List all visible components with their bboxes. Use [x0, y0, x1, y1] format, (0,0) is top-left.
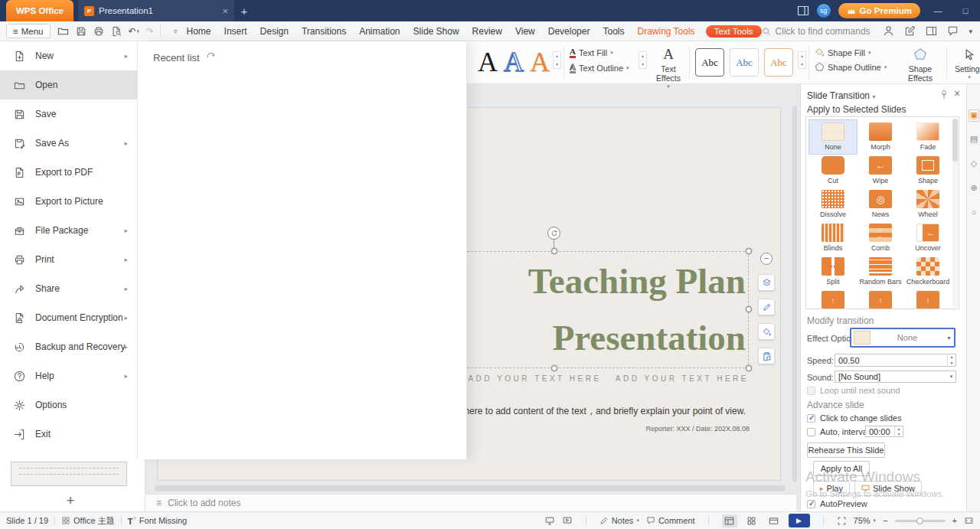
- rehearse-this-slide-button[interactable]: Rehearse This Slide: [807, 442, 885, 458]
- horizontal-scrollbar[interactable]: [155, 485, 786, 491]
- zoom-in-button[interactable]: +: [952, 516, 957, 525]
- edit-share-icon[interactable]: [904, 25, 916, 37]
- slide-thumbnail[interactable]: [11, 462, 127, 486]
- transition-panel-title-dropdown[interactable]: Slide Transition ▾: [807, 90, 875, 101]
- shape-effects-button[interactable]: Shape Effects ▾: [899, 45, 942, 90]
- slide-indicator[interactable]: Slide 1 / 19: [6, 516, 48, 525]
- transition-dissolve[interactable]: Dissolve: [809, 188, 857, 221]
- resize-handle-bottom-right[interactable]: [746, 365, 752, 371]
- gallery-scrollbar[interactable]: [952, 119, 958, 307]
- transition-wipe[interactable]: Wipe: [857, 154, 904, 188]
- file-menu-item-save-as[interactable]: Save As▸: [0, 129, 137, 158]
- menu-tab-developer[interactable]: Developer: [548, 26, 590, 37]
- text-preset-black[interactable]: A: [476, 44, 499, 80]
- close-panel-icon[interactable]: ×: [954, 87, 960, 100]
- shape-style-preset-2[interactable]: Abc: [730, 48, 759, 77]
- transition-morph[interactable]: Morph: [857, 120, 904, 154]
- add-slide-button[interactable]: +: [0, 492, 141, 509]
- rotate-handle[interactable]: [547, 227, 560, 240]
- file-menu-item-options[interactable]: Options: [0, 390, 137, 420]
- toolbar-more-icon[interactable]: ▿: [174, 28, 178, 35]
- tab-drawing-tools[interactable]: Drawing Tools: [637, 26, 694, 37]
- slide-show-setup-icon[interactable]: [562, 515, 573, 526]
- menu-tab-transitions[interactable]: Transitions: [302, 26, 346, 37]
- slide-sorter-view-button[interactable]: [744, 514, 760, 527]
- shape-style-scroll-arrows[interactable]: ▴▾: [798, 51, 806, 69]
- theme-selector[interactable]: Office 主题: [61, 515, 115, 527]
- maximize-button[interactable]: □: [956, 6, 975, 15]
- checkbox-checked[interactable]: [807, 500, 815, 508]
- resize-handle-top-center[interactable]: [551, 248, 557, 254]
- shape-style-preset-1-selected[interactable]: Abc: [695, 48, 724, 77]
- menu-tab-tools[interactable]: Tools: [603, 26, 624, 37]
- undo-icon[interactable]: ↶▾: [129, 26, 140, 37]
- checkbox-checked[interactable]: [807, 414, 815, 423]
- avatar[interactable]: sg: [817, 4, 831, 18]
- resize-handle-bottom-center[interactable]: [551, 365, 557, 371]
- fit-to-window-button[interactable]: [964, 516, 974, 526]
- zoom-slider-thumb[interactable]: [916, 518, 923, 524]
- menu-tab-animation[interactable]: Animation: [359, 26, 400, 37]
- transition-split[interactable]: Split: [809, 255, 857, 289]
- fill-format-button[interactable]: [758, 323, 775, 340]
- file-menu-item-share[interactable]: Share▸: [0, 274, 137, 303]
- edit-pen-button[interactable]: [758, 299, 775, 315]
- apply-to-all-button[interactable]: Apply to All: [813, 461, 870, 476]
- print-preview-icon[interactable]: [111, 26, 122, 37]
- shape-style-preset-3[interactable]: Abc: [764, 48, 793, 77]
- file-menu-item-export-to-pdf[interactable]: Export to PDF: [0, 158, 137, 187]
- zoom-out-button[interactable]: −: [883, 516, 887, 525]
- minimize-button[interactable]: —: [928, 6, 948, 15]
- resize-handle-top-right[interactable]: [746, 248, 752, 254]
- open-file-icon[interactable]: [57, 25, 69, 37]
- file-menu-item-file-package[interactable]: File Package▸: [0, 216, 137, 245]
- shape-outline-button[interactable]: Shape Outline ▾: [815, 62, 887, 72]
- undo-dropdown-icon[interactable]: ▾: [137, 28, 140, 34]
- transition-partial[interactable]: [857, 289, 904, 309]
- file-menu-item-save[interactable]: Save: [0, 100, 137, 129]
- notes-toggle-button[interactable]: Notes ▾: [599, 516, 639, 525]
- format-painter-button[interactable]: [758, 348, 775, 364]
- command-search-input[interactable]: Click to find commands: [762, 26, 873, 37]
- transition-cut[interactable]: Cut: [809, 154, 857, 188]
- panel-strip-icon-3[interactable]: ◇: [969, 158, 979, 171]
- resize-handle-middle-right[interactable]: [746, 306, 752, 312]
- reading-view-button[interactable]: [766, 514, 782, 527]
- text-style-scroll-arrows[interactable]: ▴▾: [639, 51, 647, 69]
- notes-bar[interactable]: ≡ Click to add notes: [145, 494, 796, 511]
- play-button[interactable]: ▸ Play: [813, 481, 850, 496]
- click-to-change-slides-checkbox[interactable]: Click to change slides: [807, 413, 901, 423]
- menu-tab-slide-show[interactable]: Slide Show: [413, 26, 459, 37]
- file-menu-item-new[interactable]: New▸: [0, 41, 137, 70]
- fit-slide-icon[interactable]: [837, 516, 847, 526]
- menu-tab-home[interactable]: Home: [187, 26, 211, 37]
- auto-interval-spinner[interactable]: ▲▼: [894, 426, 903, 436]
- new-tab-button[interactable]: +: [234, 5, 254, 18]
- menu-tab-review[interactable]: Review: [472, 26, 502, 37]
- panel-strip-icon-4[interactable]: ⊕: [969, 183, 979, 195]
- collapse-ribbon-icon[interactable]: ▾: [969, 28, 972, 35]
- menu-tab-insert[interactable]: Insert: [224, 26, 247, 37]
- text-preset-orange[interactable]: A: [528, 44, 551, 80]
- transition-blinds[interactable]: Blinds: [809, 221, 857, 255]
- transition-wheel[interactable]: Wheel: [904, 188, 952, 221]
- transition-checkerboard[interactable]: Checkerboard: [904, 255, 952, 289]
- transition-shape[interactable]: Shape: [904, 154, 952, 188]
- collapse-toolbar-button[interactable]: −: [760, 253, 773, 265]
- close-document-tab-icon[interactable]: ×: [222, 5, 228, 17]
- text-preset-blue-outline[interactable]: A: [502, 44, 525, 80]
- text-outline-button[interactable]: A Text Outline ▾: [570, 63, 629, 73]
- comment-button[interactable]: Comment: [646, 516, 695, 525]
- transition-random-bars[interactable]: Random Bars: [857, 255, 904, 289]
- task-pane-icon[interactable]: [926, 26, 937, 36]
- preset-scroll-arrows[interactable]: ▴▾: [553, 51, 561, 69]
- transition-news[interactable]: News: [857, 188, 904, 221]
- effect-options-dropdown[interactable]: None ▾: [850, 328, 956, 348]
- text-fill-button[interactable]: A Text Fill ▾: [570, 47, 629, 58]
- menu-tab-design[interactable]: Design: [260, 26, 289, 37]
- save-icon[interactable]: [76, 26, 87, 37]
- menu-tab-view[interactable]: View: [515, 26, 535, 37]
- auto-interval-checkbox[interactable]: Auto, interval:: [807, 427, 871, 436]
- sidebar-toggle-icon[interactable]: [797, 5, 809, 16]
- text-effects-button[interactable]: A Text Effects ▾: [651, 45, 686, 90]
